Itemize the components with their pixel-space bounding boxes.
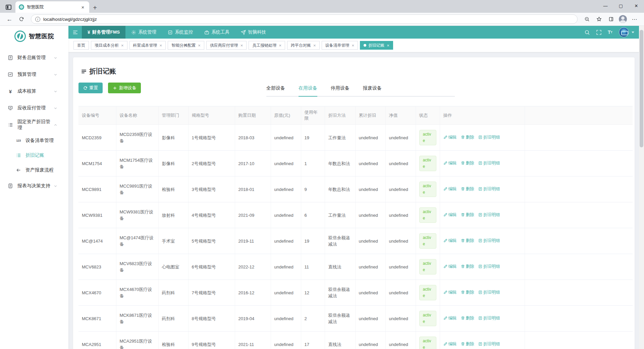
- filter-tab[interactable]: 全部设备: [266, 83, 285, 96]
- page-tab[interactable]: 员工报销处理×: [249, 41, 285, 50]
- sidebar-item[interactable]: 财务总账管理: [0, 49, 68, 66]
- maximize-icon[interactable]: ▢: [613, 0, 629, 11]
- cell-filler: [525, 177, 633, 202]
- font-size-icon[interactable]: TT: [608, 30, 612, 35]
- tab-search-icon[interactable]: [3, 2, 13, 12]
- edit-link[interactable]: 编辑: [443, 315, 457, 321]
- delete-link[interactable]: 删除: [461, 315, 474, 321]
- search-icon[interactable]: [584, 30, 590, 35]
- depreciation-detail-link[interactable]: 折旧明细: [478, 289, 500, 296]
- edit-link[interactable]: 编辑: [443, 263, 457, 270]
- topnav-item[interactable]: 智脑科技: [235, 26, 272, 39]
- tab-close-icon[interactable]: ×: [352, 43, 355, 48]
- filter-tab[interactable]: 在用设备: [299, 83, 317, 96]
- sidebar-item[interactable]: 预算管理: [0, 66, 68, 83]
- delete-link[interactable]: 删除: [461, 289, 474, 296]
- sidebar-subitem[interactable]: 资产报废流程: [0, 163, 68, 178]
- edit-link[interactable]: 编辑: [443, 238, 457, 244]
- new-tab-button[interactable]: +: [91, 4, 99, 11]
- page-tab[interactable]: 折旧记账×: [360, 41, 393, 50]
- page-tab[interactable]: 设备清单管理×: [322, 41, 358, 50]
- hamburger-icon[interactable]: [68, 26, 82, 39]
- sidebar-item[interactable]: 应收应付管理: [0, 100, 68, 116]
- url-bar[interactable]: i localhost/cwgl/gdzczjgl/zjjz: [31, 14, 578, 24]
- topnav-item[interactable]: ¥财务管理FMS: [82, 26, 125, 39]
- page-tab[interactable]: 项目成本分析×: [91, 41, 127, 50]
- delete-link[interactable]: 删除: [461, 134, 474, 141]
- tab-close-icon[interactable]: ×: [313, 43, 316, 48]
- topnav-item[interactable]: 系统监控: [162, 26, 199, 39]
- page-tab-label: 设备清单管理: [325, 43, 350, 48]
- minimize-icon[interactable]: —: [598, 0, 613, 11]
- sidebar-subitem[interactable]: 折旧记账: [0, 148, 68, 163]
- topnav-item[interactable]: 系统工具: [199, 26, 235, 39]
- depreciation-detail-link[interactable]: 折旧明细: [478, 238, 500, 244]
- page-tab[interactable]: 智能分摊配置×: [168, 41, 204, 50]
- doc-icon: [478, 342, 482, 346]
- tab-close-icon[interactable]: ×: [198, 43, 201, 48]
- depreciation-detail-link[interactable]: 折旧明细: [478, 160, 500, 166]
- sidebar-item[interactable]: ¥成本核算: [0, 83, 68, 100]
- browser-menu-icon[interactable]: ⋯: [630, 14, 640, 24]
- topnav-item[interactable]: 系统管理: [125, 26, 162, 39]
- delete-link[interactable]: 删除: [461, 238, 474, 244]
- status-badge: active: [419, 337, 436, 349]
- edit-link[interactable]: 编辑: [443, 289, 457, 296]
- delete-link[interactable]: 删除: [461, 341, 474, 347]
- delete-link[interactable]: 删除: [461, 212, 474, 218]
- page-tab[interactable]: 供应商应付管理×: [206, 41, 247, 50]
- page-tab[interactable]: 科室成本管理×: [129, 41, 166, 50]
- tab-close-icon[interactable]: ×: [240, 43, 243, 48]
- edit-link[interactable]: 编辑: [443, 160, 457, 166]
- yen-icon: ¥: [88, 30, 90, 35]
- tab-close-icon[interactable]: ×: [160, 43, 162, 48]
- chevron-down-icon: [52, 56, 58, 60]
- depreciation-detail-link[interactable]: 折旧明细: [478, 341, 500, 347]
- delete-link[interactable]: 删除: [461, 160, 474, 166]
- tab-close-icon[interactable]: ×: [279, 43, 281, 48]
- zoom-out-icon[interactable]: [582, 14, 592, 24]
- sidebar: 智慧医院 财务总账管理预算管理¥成本核算应收应付管理固定资产折旧管理123设备清…: [0, 26, 68, 349]
- cell-dept: 手术室: [158, 228, 188, 254]
- filter-tab[interactable]: 报废设备: [363, 83, 382, 96]
- user-avatar[interactable]: [619, 27, 629, 37]
- depreciation-detail-link[interactable]: 折旧明细: [478, 134, 500, 141]
- sidebar-item[interactable]: 固定资产折旧管理: [0, 116, 68, 133]
- back-icon[interactable]: ←: [4, 14, 14, 24]
- tab-close-icon[interactable]: ×: [387, 43, 389, 48]
- site-info-icon[interactable]: i: [35, 17, 40, 22]
- window-close-icon[interactable]: ✕: [629, 0, 644, 11]
- table-row: MCK8671MCK8671医疗设备药剂科8号规格型号2019-04undefi…: [78, 306, 633, 332]
- depreciation-detail-link[interactable]: 折旧明细: [478, 212, 500, 218]
- add-device-button[interactable]: 新增设备: [108, 83, 141, 93]
- fullscreen-icon[interactable]: [596, 30, 602, 35]
- filter-tab[interactable]: 停用设备: [331, 83, 350, 96]
- favorite-star-icon[interactable]: [594, 14, 604, 24]
- page-tab[interactable]: 跨平台对账×: [287, 41, 320, 50]
- doc-icon: [478, 135, 482, 139]
- tab-close-icon[interactable]: ×: [121, 43, 124, 48]
- refresh-icon[interactable]: [16, 14, 26, 24]
- sidebar-item[interactable]: 报表与决策支持: [0, 178, 68, 194]
- depreciation-detail-link[interactable]: 折旧明细: [478, 315, 500, 321]
- edit-link[interactable]: 编辑: [443, 186, 457, 192]
- tab-close-icon[interactable]: ×: [79, 3, 87, 11]
- depreciation-detail-link[interactable]: 折旧明细: [478, 263, 500, 270]
- page-tab[interactable]: 首页: [73, 41, 89, 50]
- extensions-icon[interactable]: [606, 14, 616, 24]
- scrollbar-thumb[interactable]: [640, 30, 643, 147]
- edit-link[interactable]: 编辑: [443, 134, 457, 141]
- delete-link[interactable]: 删除: [461, 186, 474, 192]
- reset-button[interactable]: 重置: [78, 83, 103, 93]
- delete-link[interactable]: 删除: [461, 263, 474, 270]
- browser-tab[interactable]: 智慧医院 ×: [15, 1, 89, 13]
- cell-dept: 影像科: [158, 151, 188, 177]
- browser-profile-avatar[interactable]: [619, 15, 627, 23]
- depreciation-detail-link[interactable]: 折旧明细: [478, 186, 500, 192]
- sidebar-subitem[interactable]: 123设备清单管理: [0, 133, 68, 148]
- edit-link[interactable]: 编辑: [443, 212, 457, 218]
- sidebar-item-label: 报表与决策支持: [17, 183, 52, 189]
- page-scrollbar[interactable]: [639, 26, 644, 349]
- edit-link[interactable]: 编辑: [443, 341, 457, 347]
- chevron-down-icon[interactable]: [632, 32, 634, 33]
